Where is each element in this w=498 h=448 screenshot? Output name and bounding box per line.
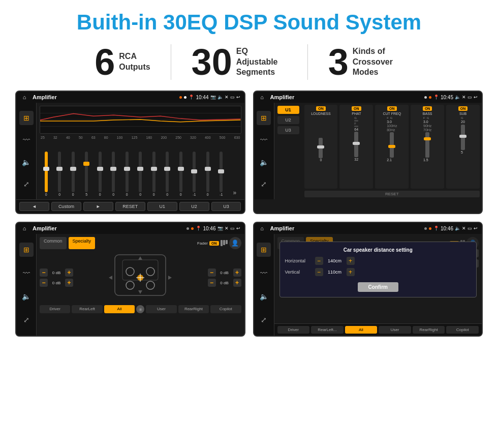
eq-speaker-icon[interactable]: 🔈 (19, 155, 34, 169)
freq-500: 500 (220, 136, 226, 139)
fader-copilot-btn[interactable]: Copilot (210, 305, 241, 313)
dialog-home-icon[interactable]: ⌂ (258, 224, 266, 232)
fader-vol-plus-2[interactable]: + (65, 279, 73, 287)
eq-slider-chevron[interactable]: » (228, 189, 241, 196)
dialog-wave-icon[interactable]: 〰 (257, 266, 271, 280)
fader-vol-plus-1[interactable]: + (65, 268, 73, 277)
fader-speaker-icon[interactable]: 🔈 (19, 289, 34, 304)
eq-wave-icon[interactable]: 〰 (19, 133, 34, 147)
eq-slider-3[interactable]: 0 (67, 152, 80, 196)
eq-custom-btn[interactable]: Custom (51, 202, 81, 211)
cx-sub-toggle[interactable]: ON (458, 106, 468, 111)
cx-time: 10:45 (441, 95, 453, 100)
dialog-v-plus-btn[interactable]: + (347, 268, 355, 276)
eq-slider-8[interactable]: 0 (134, 152, 147, 196)
freq-250: 250 (175, 136, 181, 139)
cx-u3-btn[interactable]: U3 (277, 126, 299, 134)
cx-wave-icon[interactable]: 〰 (257, 133, 271, 147)
cx-dot1 (424, 96, 427, 99)
cx-speaker-icon[interactable]: 🔈 (257, 155, 271, 169)
dialog-vertical-label: Vertical (285, 270, 313, 275)
cx-bass-toggle[interactable]: ON (423, 106, 432, 111)
dialog-rearright-btn[interactable]: RearRight (413, 326, 445, 334)
eq-expand-icon[interactable]: ⤢ (19, 177, 34, 191)
eq-slider-7[interactable]: 0 (120, 152, 134, 196)
eq-slider-4[interactable]: 5 (80, 152, 94, 196)
fader-rvol-minus-1[interactable]: − (208, 268, 216, 277)
fader-all-btn[interactable]: All (104, 305, 135, 313)
fader-home-icon[interactable]: ⌂ (20, 224, 28, 232)
cx-home-icon[interactable]: ⌂ (258, 93, 266, 101)
cx-cutfreq-toggle[interactable]: ON (387, 106, 397, 111)
dialog-tuner-icon[interactable]: ⊞ (257, 243, 271, 257)
fader-vol-minus-1[interactable]: − (40, 268, 48, 277)
home-icon[interactable]: ⌂ (20, 93, 28, 101)
dialog-vertical-stepper: − 110cm + (315, 268, 355, 276)
cx-tuner-icon[interactable]: ⊞ (257, 111, 271, 125)
cx-screen-title: Amplifier (270, 94, 422, 100)
fader-vol-icon: ✕ (225, 226, 229, 231)
fader-user-btn[interactable]: User (146, 305, 176, 313)
eq-slider-12[interactable]: -1 (188, 152, 201, 196)
eq-u2-btn[interactable]: U2 (179, 202, 209, 211)
eq-slider-13[interactable]: 0 (201, 152, 214, 196)
fader-rvol-plus-2[interactable]: + (233, 279, 241, 287)
back-icon: ↩ (236, 95, 240, 100)
cx-u2-btn[interactable]: U2 (277, 116, 299, 124)
cx-bass-label: BASS (423, 112, 432, 115)
cx-reset-btn[interactable]: RESET (304, 191, 480, 197)
dialog-h-minus-btn[interactable]: − (315, 257, 323, 265)
fader-rearright-btn[interactable]: RearRight (178, 305, 209, 313)
dialog-confirm-btn[interactable]: Confirm (358, 282, 398, 292)
dialog-driver-btn[interactable]: Driver (277, 326, 310, 334)
fader-rearleft-btn[interactable]: RearLeft (72, 305, 102, 313)
dialog-rearleft-btn[interactable]: RearLeft... (311, 326, 344, 334)
eq-slider-14[interactable]: -1 (215, 152, 228, 196)
fader-driver-btn[interactable]: Driver (40, 305, 70, 313)
fader-rvol-plus-1[interactable]: + (233, 268, 241, 277)
cx-phat-toggle[interactable]: ON (352, 106, 361, 111)
cx-location-icon: 📍 (433, 95, 439, 100)
eq-play-btn[interactable]: ► (83, 202, 113, 211)
fader-rvol-minus-2[interactable]: − (208, 279, 216, 287)
dialog-v-minus-btn[interactable]: − (315, 268, 323, 276)
eq-tuner-icon[interactable]: ⊞ (19, 111, 34, 125)
eq-reset-btn[interactable]: RESET (115, 202, 145, 211)
fader-vol-minus-2[interactable]: − (40, 279, 48, 287)
eq-slider-6[interactable]: 0 (107, 152, 120, 196)
fader-expand-icon[interactable]: ⤢ (19, 313, 34, 327)
fader-on-toggle[interactable]: ON (209, 241, 219, 246)
dialog-user-btn[interactable]: User (379, 326, 411, 334)
fader-back-icon: ↩ (236, 226, 240, 231)
dialog-expand-icon[interactable]: ⤢ (257, 313, 271, 327)
dialog-h-plus-btn[interactable]: + (347, 257, 355, 265)
fader-dot2 (191, 227, 194, 230)
screenshots-grid: ⌂ Amplifier 📍 10:44 📷 🔈 ✕ ▭ ↩ ⊞ 〰 (15, 91, 483, 337)
fader-tuner-icon[interactable]: ⊞ (19, 243, 34, 257)
fader-tab-specialty[interactable]: Specialty (69, 237, 96, 249)
cx-u1-btn[interactable]: U1 (277, 106, 299, 114)
fader-user-icon[interactable]: 👤 (229, 237, 241, 249)
dialog-all-btn[interactable]: All (345, 326, 378, 334)
freq-125: 125 (132, 136, 138, 139)
cx-loudness-toggle[interactable]: ON (316, 106, 326, 111)
fader-tab-common[interactable]: Common (40, 237, 67, 249)
cx-expand-icon[interactable]: ⤢ (257, 177, 271, 191)
dialog-h-value: 140cm (325, 258, 345, 263)
dialog-speaker-icon[interactable]: 🔈 (257, 289, 271, 304)
eq-prev-btn[interactable]: ◄ (19, 202, 49, 211)
eq-slider-2[interactable]: 0 (53, 152, 67, 196)
eq-slider-5[interactable]: 0 (94, 152, 107, 196)
eq-u1-btn[interactable]: U1 (147, 202, 177, 211)
eq-slider-9[interactable]: 0 (147, 152, 161, 196)
eq-slider-1[interactable]: 0 (40, 152, 53, 196)
eq-slider-11[interactable]: 0 (174, 152, 188, 196)
fader-bars (221, 240, 228, 246)
eq-slider-10[interactable]: 0 (161, 152, 174, 196)
svg-marker-13 (138, 290, 142, 294)
eq-u3-btn[interactable]: U3 (211, 202, 241, 211)
dialog-copilot-btn[interactable]: Copilot (446, 326, 479, 334)
fader-wave-icon[interactable]: 〰 (19, 266, 34, 280)
freq-80: 80 (104, 136, 108, 139)
stat-crossover: 3 Kinds ofCrossover Modes (308, 44, 424, 80)
